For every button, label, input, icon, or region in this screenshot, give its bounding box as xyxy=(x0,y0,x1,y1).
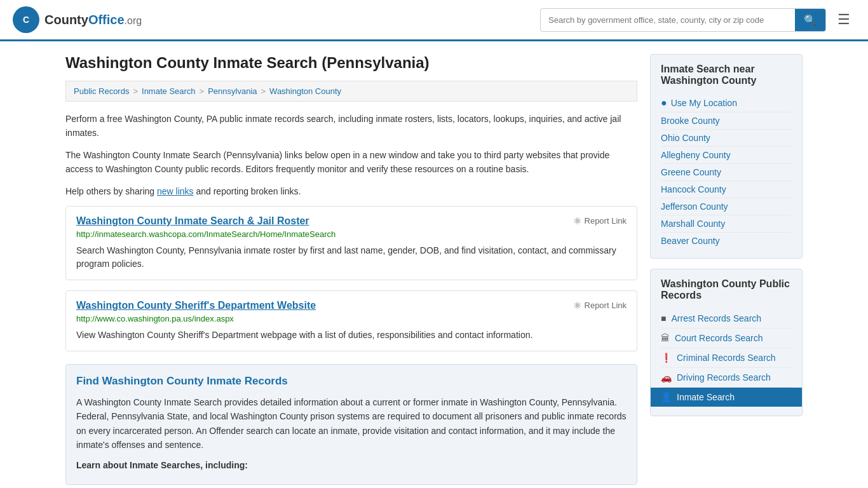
result-card-1-header: Washington County Inmate Search & Jail R… xyxy=(76,215,627,227)
nearby-allegheny-county[interactable]: Allegheny County xyxy=(661,147,792,164)
content-area: Washington County Inmate Search (Pennsyl… xyxy=(65,54,637,485)
inmate-icon: 👤 xyxy=(661,392,672,402)
result-card-2: Washington County Sheriff's Department W… xyxy=(65,290,637,351)
breadcrumb-inmate-search[interactable]: Inmate Search xyxy=(142,86,196,96)
search-input[interactable] xyxy=(541,10,795,30)
description-1: Perform a free Washington County, PA pub… xyxy=(65,112,637,140)
breadcrumb: Public Records > Inmate Search > Pennsyl… xyxy=(65,81,637,102)
nearby-hancock-county[interactable]: Hancock County xyxy=(661,181,792,198)
search-bar: 🔍 xyxy=(540,8,826,32)
result-2-desc: View Washington County Sheriff's Departm… xyxy=(76,329,627,342)
main-container: Washington County Inmate Search (Pennsyl… xyxy=(53,41,815,488)
result-2-title[interactable]: Washington County Sheriff's Department W… xyxy=(76,300,316,311)
result-card-1: Washington County Inmate Search & Jail R… xyxy=(65,206,637,280)
result-2-report[interactable]: ⚛ Report Link xyxy=(573,300,627,311)
arrest-records-link[interactable]: ■ Arrest Records Search xyxy=(661,309,792,329)
driving-icon: 🚗 xyxy=(661,372,672,383)
result-1-report[interactable]: ⚛ Report Link xyxy=(573,215,627,227)
result-1-desc: Search Washington County, Pennsylvania i… xyxy=(76,244,627,271)
court-records-link[interactable]: 🏛 Court Records Search xyxy=(661,329,792,348)
find-section-title: Find Washington County Inmate Records xyxy=(76,375,627,388)
court-icon: 🏛 xyxy=(661,333,670,343)
result-1-title[interactable]: Washington County Inmate Search & Jail R… xyxy=(76,215,309,227)
public-records-title: Washington County Public Records xyxy=(661,278,792,301)
nearby-title: Inmate Search near Washington County xyxy=(661,64,792,86)
breadcrumb-pennsylvania[interactable]: Pennsylvania xyxy=(208,86,257,96)
report-icon-2: ⚛ xyxy=(573,300,581,311)
svg-text:C: C xyxy=(23,15,29,25)
nearby-section: Inmate Search near Washington County ● U… xyxy=(650,54,803,259)
use-location-button[interactable]: ● Use My Location xyxy=(661,94,792,112)
sidebar: Inmate Search near Washington County ● U… xyxy=(650,54,803,485)
header-controls: 🔍 ☰ xyxy=(540,8,855,32)
logo-area: C CountyOffice.org xyxy=(13,6,142,33)
find-section-paragraph: A Washington County Inmate Search provid… xyxy=(76,395,627,452)
page-title: Washington County Inmate Search (Pennsyl… xyxy=(65,54,637,72)
description-2: The Washington County Inmate Search (Pen… xyxy=(65,148,637,177)
breadcrumb-public-records[interactable]: Public Records xyxy=(74,86,129,96)
nearby-greene-county[interactable]: Greene County xyxy=(661,164,792,181)
nearby-ohio-county[interactable]: Ohio County xyxy=(661,130,792,147)
logo-text: CountyOffice.org xyxy=(44,13,142,27)
driving-records-link[interactable]: 🚗 Driving Records Search xyxy=(661,368,792,388)
breadcrumb-washington-county[interactable]: Washington County xyxy=(269,86,341,96)
nearby-beaver-county[interactable]: Beaver County xyxy=(661,233,792,249)
nearby-brooke-county[interactable]: Brooke County xyxy=(661,112,792,130)
hamburger-menu-button[interactable]: ☰ xyxy=(832,9,855,30)
criminal-records-link[interactable]: ❗ Criminal Records Search xyxy=(661,348,792,368)
search-button[interactable]: 🔍 xyxy=(795,9,825,31)
public-records-section: Washington County Public Records ■ Arres… xyxy=(650,269,803,416)
description-3: Help others by sharing new links and rep… xyxy=(65,184,637,198)
inmate-search-active-link[interactable]: 👤 Inmate Search xyxy=(651,388,802,407)
location-pin-icon: ● xyxy=(661,97,667,109)
logo-icon: C xyxy=(13,6,39,33)
result-1-url[interactable]: http://inmatesearch.washcopa.com/InmateS… xyxy=(76,229,627,239)
nearby-jefferson-county[interactable]: Jefferson County xyxy=(661,198,792,215)
criminal-icon: ❗ xyxy=(661,353,672,363)
new-links-link[interactable]: new links xyxy=(157,186,194,196)
find-section: Find Washington County Inmate Records A … xyxy=(65,364,637,485)
arrest-icon: ■ xyxy=(661,313,666,323)
result-card-2-header: Washington County Sheriff's Department W… xyxy=(76,300,627,311)
site-header: C CountyOffice.org 🔍 ☰ xyxy=(0,0,868,41)
report-icon-1: ⚛ xyxy=(573,215,581,227)
nearby-marshall-county[interactable]: Marshall County xyxy=(661,215,792,233)
learn-title: Learn about Inmate Searches, including: xyxy=(76,460,627,470)
result-2-url[interactable]: http://www.co.washington.pa.us/index.asp… xyxy=(76,314,627,323)
